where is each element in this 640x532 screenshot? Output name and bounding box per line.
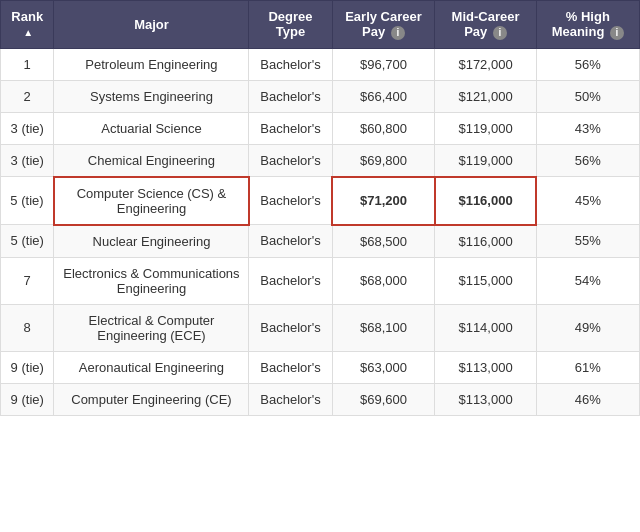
- cell-rank: 9 (tie): [1, 351, 54, 383]
- cell-mid-career-pay: $115,000: [435, 257, 536, 304]
- header-high-meaning: % High Meaning i: [536, 1, 639, 49]
- cell-high-meaning: 49%: [536, 304, 639, 351]
- cell-mid-career-pay: $116,000: [435, 177, 536, 225]
- cell-early-career-pay: $68,100: [332, 304, 435, 351]
- cell-early-career-pay: $69,600: [332, 383, 435, 415]
- header-early-career-label: Early Career Pay: [345, 9, 422, 39]
- cell-early-career-pay: $63,000: [332, 351, 435, 383]
- table-row: 3 (tie)Chemical EngineeringBachelor's$69…: [1, 144, 640, 177]
- header-rank[interactable]: Rank ▲: [1, 1, 54, 49]
- cell-mid-career-pay: $119,000: [435, 144, 536, 177]
- cell-degree-type: Bachelor's: [249, 80, 332, 112]
- mid-career-info-icon[interactable]: i: [493, 26, 507, 40]
- cell-degree-type: Bachelor's: [249, 257, 332, 304]
- header-major: Major: [54, 1, 249, 49]
- cell-major: Actuarial Science: [54, 112, 249, 144]
- table-row: 3 (tie)Actuarial ScienceBachelor's$60,80…: [1, 112, 640, 144]
- high-meaning-info-icon[interactable]: i: [610, 26, 624, 40]
- cell-rank: 3 (tie): [1, 144, 54, 177]
- cell-major: Aeronautical Engineering: [54, 351, 249, 383]
- table-row: 9 (tie)Computer Engineering (CE)Bachelor…: [1, 383, 640, 415]
- cell-high-meaning: 54%: [536, 257, 639, 304]
- cell-degree-type: Bachelor's: [249, 225, 332, 258]
- cell-major: Systems Engineering: [54, 80, 249, 112]
- table-row: 1Petroleum EngineeringBachelor's$96,700$…: [1, 48, 640, 80]
- cell-mid-career-pay: $119,000: [435, 112, 536, 144]
- cell-high-meaning: 61%: [536, 351, 639, 383]
- cell-high-meaning: 50%: [536, 80, 639, 112]
- header-major-label: Major: [134, 17, 169, 32]
- cell-degree-type: Bachelor's: [249, 383, 332, 415]
- table-row: 7Electronics & Communications Engineerin…: [1, 257, 640, 304]
- cell-early-career-pay: $68,000: [332, 257, 435, 304]
- cell-major: Nuclear Engineering: [54, 225, 249, 258]
- cell-mid-career-pay: $172,000: [435, 48, 536, 80]
- header-mid-career-label: Mid-Career Pay: [452, 9, 520, 39]
- cell-major: Petroleum Engineering: [54, 48, 249, 80]
- cell-mid-career-pay: $114,000: [435, 304, 536, 351]
- header-early-career-pay: Early Career Pay i: [332, 1, 435, 49]
- cell-rank: 9 (tie): [1, 383, 54, 415]
- cell-rank: 7: [1, 257, 54, 304]
- cell-major: Electrical & Computer Engineering (ECE): [54, 304, 249, 351]
- table-row: 2Systems EngineeringBachelor's$66,400$12…: [1, 80, 640, 112]
- table-header-row: Rank ▲ Major Degree Type Early Career Pa…: [1, 1, 640, 49]
- header-degree-type: Degree Type: [249, 1, 332, 49]
- salary-table: Rank ▲ Major Degree Type Early Career Pa…: [0, 0, 640, 416]
- cell-mid-career-pay: $121,000: [435, 80, 536, 112]
- table-row: 5 (tie)Computer Science (CS) & Engineeri…: [1, 177, 640, 225]
- cell-rank: 2: [1, 80, 54, 112]
- cell-high-meaning: 45%: [536, 177, 639, 225]
- sort-arrow-icon: ▲: [23, 27, 33, 38]
- cell-major: Chemical Engineering: [54, 144, 249, 177]
- cell-mid-career-pay: $113,000: [435, 351, 536, 383]
- cell-mid-career-pay: $116,000: [435, 225, 536, 258]
- cell-early-career-pay: $69,800: [332, 144, 435, 177]
- cell-rank: 5 (tie): [1, 225, 54, 258]
- cell-early-career-pay: $66,400: [332, 80, 435, 112]
- header-degree-type-label: Degree Type: [268, 9, 312, 39]
- cell-degree-type: Bachelor's: [249, 177, 332, 225]
- cell-mid-career-pay: $113,000: [435, 383, 536, 415]
- header-high-meaning-label: % High Meaning: [552, 9, 610, 39]
- cell-degree-type: Bachelor's: [249, 304, 332, 351]
- cell-major: Computer Engineering (CE): [54, 383, 249, 415]
- cell-high-meaning: 56%: [536, 48, 639, 80]
- cell-degree-type: Bachelor's: [249, 144, 332, 177]
- cell-rank: 1: [1, 48, 54, 80]
- table-row: 5 (tie)Nuclear EngineeringBachelor's$68,…: [1, 225, 640, 258]
- cell-rank: 3 (tie): [1, 112, 54, 144]
- cell-degree-type: Bachelor's: [249, 351, 332, 383]
- cell-high-meaning: 56%: [536, 144, 639, 177]
- cell-early-career-pay: $71,200: [332, 177, 435, 225]
- cell-degree-type: Bachelor's: [249, 112, 332, 144]
- table-row: 9 (tie)Aeronautical EngineeringBachelor'…: [1, 351, 640, 383]
- cell-early-career-pay: $96,700: [332, 48, 435, 80]
- cell-early-career-pay: $60,800: [332, 112, 435, 144]
- early-career-info-icon[interactable]: i: [391, 26, 405, 40]
- cell-early-career-pay: $68,500: [332, 225, 435, 258]
- cell-high-meaning: 55%: [536, 225, 639, 258]
- header-mid-career-pay: Mid-Career Pay i: [435, 1, 536, 49]
- cell-major: Electronics & Communications Engineering: [54, 257, 249, 304]
- header-rank-label: Rank: [11, 9, 43, 24]
- cell-major: Computer Science (CS) & Engineering: [54, 177, 249, 225]
- cell-high-meaning: 43%: [536, 112, 639, 144]
- cell-rank: 5 (tie): [1, 177, 54, 225]
- cell-high-meaning: 46%: [536, 383, 639, 415]
- cell-rank: 8: [1, 304, 54, 351]
- table-row: 8Electrical & Computer Engineering (ECE)…: [1, 304, 640, 351]
- cell-degree-type: Bachelor's: [249, 48, 332, 80]
